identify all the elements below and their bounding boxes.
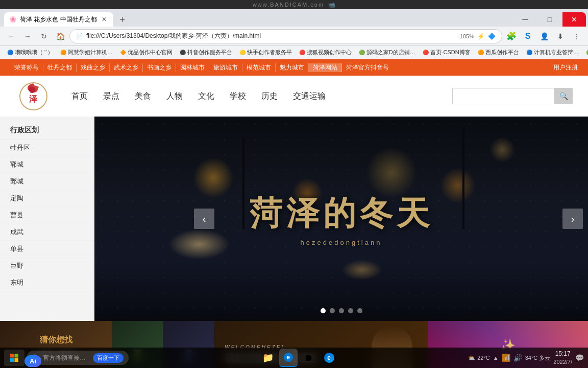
bookmark-10[interactable]: 🟢公众号 — [583, 48, 588, 57]
bookmark-6[interactable]: 🟢源码之家D的店铺… — [356, 48, 419, 57]
maximize-btn[interactable]: □ — [538, 12, 561, 27]
weather-widget[interactable]: ⛅ 22°C — [468, 355, 490, 361]
address-bar[interactable]: 📄 file:///C:/Users/31304/Desktop/我的家乡-菏泽… — [69, 29, 502, 43]
svg-rect-2 — [10, 358, 14, 362]
top-nav-wushu[interactable]: 武术之乡 — [110, 63, 143, 72]
hero-subtitle: hezededongtiann — [250, 239, 433, 246]
top-nav-charm[interactable]: 魅力城市 — [276, 63, 309, 72]
sidebar-item-chengwu[interactable]: 成武 — [0, 224, 94, 241]
taskbar-edge[interactable]: e — [320, 349, 338, 367]
profile-btn[interactable]: S — [521, 29, 535, 43]
address-bar-row: ← → ↻ 🏠 📄 file:///C:/Users/31304/Desktop… — [0, 27, 588, 46]
network-icon[interactable]: 📶 — [502, 354, 510, 362]
home-btn[interactable]: 🏠 — [53, 29, 67, 43]
extension-btn[interactable]: 🧩 — [504, 29, 519, 43]
bookmark-7[interactable]: 🔴首页-CSDN博客 — [420, 48, 474, 57]
clock-time: 15:17 — [553, 350, 572, 358]
notification-icon[interactable]: 💬 — [575, 354, 584, 362]
hero-title: 菏泽的冬天 — [250, 191, 433, 236]
top-nav-garden[interactable]: 园林城市 — [176, 63, 209, 72]
nav-history[interactable]: 历史 — [261, 91, 278, 102]
sidebar-item-caoxian[interactable]: 曹县 — [0, 207, 94, 224]
nav-school[interactable]: 学校 — [230, 91, 246, 102]
nav-transport[interactable]: 交通运输 — [293, 91, 326, 102]
bookmark-0[interactable]: 🔵哦哦哦哦（ '`） — [4, 48, 56, 57]
register-link[interactable]: 用户注册 — [553, 63, 578, 72]
taskbar-search-box[interactable]: 🔍 官方将彻查被… 百度一下 — [27, 351, 129, 365]
sidebar-item-dongming[interactable]: 东明 — [0, 274, 94, 291]
hero-dot-0[interactable] — [321, 308, 326, 313]
sidebar-item-yuncheng[interactable]: 郓城 — [0, 156, 94, 173]
start-button[interactable] — [4, 350, 24, 366]
nav-people[interactable]: 人物 — [166, 91, 183, 102]
sidebar-item-dingtao[interactable]: 定陶 — [0, 190, 94, 207]
download-btn[interactable]: ⬇ — [553, 29, 568, 43]
card-title-guess: 猜你想找 — [40, 335, 72, 346]
taskbar-system-tray: ⛅ 22°C ▲ 📶 🔊 34°C 多云 15:17 2022/7/ 💬 — [468, 350, 584, 366]
bookmarks-bar: 🔵哦哦哦哦（ '`） 🟠阿慧学姐计算机… 🔶优品创作中心官网 ⚫抖音创作服务平台… — [0, 46, 588, 59]
sidebar-menu: 行政区划 牡丹区 郓城 鄄城 定陶 曹县 成武 单县 巨野 东明 — [0, 117, 94, 321]
search-button[interactable]: 🔍 — [554, 88, 573, 104]
top-nav-honor[interactable]: 荣誉称号 — [10, 63, 43, 72]
search-input[interactable] — [452, 88, 554, 104]
bookmark-3[interactable]: ⚫抖音创作服务平台 — [177, 48, 235, 57]
bookmark-2[interactable]: 🔶优品创作中心官网 — [117, 48, 176, 57]
sidebar-item-mudanqu[interactable]: 牡丹区 — [0, 140, 94, 156]
hero-dot-2[interactable] — [339, 308, 344, 313]
hero-dot-3[interactable] — [348, 308, 353, 313]
top-nav-peony[interactable]: 牡丹之都 — [43, 63, 77, 72]
hero-dot-1[interactable] — [330, 308, 335, 313]
hero-prev-btn[interactable]: ‹ — [194, 209, 214, 229]
sidebar-title[interactable]: 行政区划 — [0, 122, 94, 140]
nav-scenery[interactable]: 景点 — [103, 91, 119, 102]
top-nav-tiktok[interactable]: 菏泽官方抖音号 — [342, 63, 393, 72]
top-nav-model[interactable]: 模范城市 — [242, 63, 276, 72]
bookmark-8[interactable]: 🟠西瓜创作平台 — [475, 48, 522, 57]
sidebar-item-juancheng[interactable]: 鄄城 — [0, 173, 94, 190]
website-content: 荣誉称号 牡丹之都 戏曲之乡 武术之乡 书画之乡 园林城市 旅游城市 模范城市 … — [0, 59, 588, 368]
hero-dot-4[interactable] — [357, 308, 362, 313]
browser-frame: www.BANDICAM.com 📹 🌸 荷泽 花乡水色 中国牡丹之都 ✕ + … — [0, 0, 588, 59]
sidebar-item-dansian[interactable]: 单县 — [0, 241, 94, 258]
top-nav-tourism[interactable]: 旅游城市 — [209, 63, 242, 72]
extension-icon-2: 🔷 — [488, 33, 496, 40]
settings-btn[interactable]: ⋮ — [570, 29, 584, 43]
taskbar-record[interactable]: ⏺ — [300, 349, 318, 367]
hero-text: 菏泽的冬天 hezededongtiann — [250, 191, 433, 246]
bookmark-5[interactable]: 🔴搜狐视频创作中心 — [296, 48, 355, 57]
nav-food[interactable]: 美食 — [135, 91, 151, 102]
hero-next-btn[interactable]: › — [562, 209, 583, 229]
svg-rect-0 — [10, 354, 14, 358]
chevron-up-icon[interactable]: ▲ — [493, 355, 499, 361]
extension-icon-1: ⚡ — [477, 33, 485, 40]
nav-home[interactable]: 首页 — [71, 91, 88, 102]
bookmark-4[interactable]: 🟡快手创作者服务平 — [236, 48, 295, 57]
site-logo[interactable]: 泽 — [15, 78, 51, 114]
ai-button[interactable]: Ai — [24, 355, 41, 367]
taskbar: 🔍 官方将彻查被… 百度一下 📁 e ⏺ e ⛅ 22°C ▲ 📶 🔊 34°C… — [0, 348, 588, 368]
minimize-btn[interactable]: ─ — [513, 12, 537, 27]
sidebar-item-juye[interactable]: 巨野 — [0, 258, 94, 274]
top-nav-opera[interactable]: 戏曲之乡 — [77, 63, 110, 72]
tab-close-btn[interactable]: ✕ — [100, 15, 108, 24]
forward-btn[interactable]: → — [20, 29, 35, 43]
account-btn[interactable]: 👤 — [537, 29, 551, 43]
bookmark-1[interactable]: 🟠阿慧学姐计算机… — [57, 48, 116, 57]
new-tab-btn[interactable]: + — [115, 13, 130, 27]
bookmark-9[interactable]: 🔵计算机专业答辩… — [523, 48, 582, 57]
nav-culture[interactable]: 文化 — [198, 91, 214, 102]
active-tab[interactable]: 🌸 荷泽 花乡水色 中国牡丹之都 ✕ — [4, 12, 113, 27]
clock-widget[interactable]: 15:17 2022/7/ — [553, 350, 572, 366]
main-nav: 首页 景点 美食 人物 文化 学校 历史 交通运输 — [71, 91, 442, 102]
taskbar-file-explorer[interactable]: 📁 — [259, 349, 277, 367]
hero-image: 菏泽的冬天 hezededongtiann ‹ › — [94, 117, 588, 321]
top-nav-website[interactable]: 菏泽网站 — [309, 63, 342, 72]
bandicam-watermark: www.BANDICAM.com — [253, 2, 324, 8]
close-btn[interactable]: ✕ — [562, 12, 586, 27]
baidu-search-btn[interactable]: 百度一下 — [93, 353, 124, 363]
top-nav-painting[interactable]: 书画之乡 — [143, 63, 176, 72]
taskbar-browser[interactable]: e — [279, 349, 298, 367]
back-btn[interactable]: ← — [4, 29, 18, 43]
reload-btn[interactable]: ↻ — [37, 29, 51, 43]
sound-icon[interactable]: 🔊 — [513, 354, 522, 362]
